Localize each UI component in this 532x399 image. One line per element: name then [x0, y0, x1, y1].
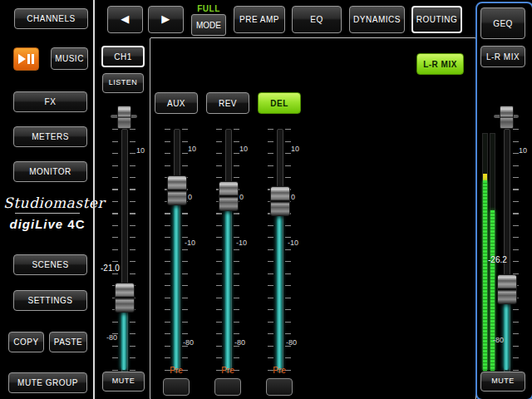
master-meter-right [490, 133, 495, 370]
master-fader-handle[interactable] [497, 274, 517, 304]
aux-footer-button[interactable] [163, 378, 190, 396]
master-meter-left [482, 133, 488, 370]
meter-peak-segment [483, 174, 487, 180]
send-rev-button[interactable]: REV [206, 92, 249, 114]
master-mute-button[interactable]: MUTE [480, 372, 525, 392]
tab-dynamics[interactable]: DYNAMICS [349, 6, 405, 33]
rev-fader-ticks [216, 129, 222, 371]
del-footer-button[interactable] [266, 378, 293, 396]
mode-mode-label: MODE [191, 14, 226, 36]
transport-play-button[interactable] [13, 47, 39, 71]
lr-mix-assign-button[interactable]: L-R MIX [416, 53, 464, 75]
tab-pre-amp[interactable]: PRE AMP [234, 6, 285, 33]
mode-toggle[interactable]: FULL MODE [191, 4, 226, 36]
mode-full-label: FULL [191, 4, 226, 13]
channel-name-button[interactable]: CH1 [101, 46, 145, 67]
sidebar-item-settings[interactable]: SETTINGS [13, 290, 87, 311]
aux-scale-m80: -80 [183, 338, 194, 347]
rev-scale-m10: -10 [236, 239, 247, 247]
tab-routing[interactable]: ROUTING [411, 6, 462, 33]
channel-scale-top: 10 [136, 146, 145, 155]
master-name-button[interactable]: L-R MIX [480, 46, 525, 67]
aux-fader-ticks [165, 129, 170, 371]
sidebar-item-meters[interactable]: METERS [13, 126, 87, 147]
brand-product: digiLive 4C [3, 217, 91, 231]
aux-scale-0: 0 [188, 193, 192, 201]
channel-fader-handle[interactable] [115, 283, 135, 313]
send-aux-button[interactable]: AUX [155, 92, 198, 114]
aux-pre-label: Pre [164, 366, 189, 375]
aux-scale-m10: -10 [185, 239, 195, 247]
del-scale-0: 0 [291, 193, 295, 201]
copy-button[interactable]: COPY [8, 332, 44, 352]
mute-group-button[interactable]: MUTE GROUP [8, 372, 87, 393]
channel-fader-value: -21.0 [101, 264, 120, 273]
del-fader-handle[interactable] [270, 186, 290, 216]
brand-name: Studiomaster [3, 195, 91, 211]
sidebar-item-fx[interactable]: FX [13, 91, 87, 112]
rev-footer-button[interactable] [214, 378, 241, 396]
channel-mute-button[interactable]: MUTE [102, 372, 145, 392]
rev-fader-handle[interactable] [219, 181, 239, 211]
next-channel-button[interactable]: ▶ [148, 6, 184, 33]
rev-scale-10: 10 [239, 145, 248, 153]
sidebar-item-monitor[interactable]: MONITOR [13, 161, 87, 182]
arrow-left-icon: ◀ [121, 13, 130, 25]
tab-eq[interactable]: EQ [292, 6, 342, 33]
rev-scale-m80: -80 [234, 338, 245, 347]
mixer-app: CHANNELS MUSIC FX METERS MONITOR Studiom… [0, 0, 532, 399]
play-pause-icon [32, 54, 34, 64]
paste-button[interactable]: PASTE [49, 332, 87, 352]
sidebar-item-scenes[interactable]: SCENES [13, 254, 87, 275]
del-scale-m10: -10 [288, 239, 298, 247]
sidebar-item-channels[interactable]: CHANNELS [14, 8, 88, 29]
master-scale-bottom: -80 [493, 336, 504, 344]
arrow-right-icon: ▶ [161, 13, 170, 25]
del-scale-10: 10 [291, 145, 299, 153]
channel-fader-ticks [130, 129, 135, 371]
channel-scale-bottom: -80 [106, 333, 117, 342]
rev-fader-ticks [234, 129, 239, 371]
play-pause-icon [27, 54, 30, 64]
master-scale-top: 10 [519, 146, 527, 155]
aux-fader-handle[interactable] [167, 175, 187, 205]
sidebar-item-music[interactable]: MUSIC [51, 47, 88, 70]
prev-channel-button[interactable]: ◀ [107, 6, 143, 33]
rev-scale-0: 0 [239, 193, 244, 201]
meter-level-segment [483, 180, 487, 371]
del-fader-ticks [285, 129, 291, 371]
del-pre-label: Pre [267, 366, 292, 375]
aux-scale-10: 10 [188, 145, 196, 153]
meter-level-segment [490, 210, 495, 371]
master-fader-value: -26.2 [488, 255, 507, 264]
channel-pan-handle[interactable] [117, 106, 131, 129]
brand-divider [15, 213, 80, 214]
listen-button[interactable]: LISTEN [102, 73, 144, 93]
aux-fader-fill [174, 190, 179, 370]
del-scale-m80: -80 [286, 338, 297, 347]
send-del-button[interactable]: DEL [258, 92, 301, 114]
rev-pre-label: Pre [215, 366, 240, 375]
brand-logo: Studiomaster digiLive 4C [3, 195, 91, 231]
brand-product-name: digiLive [9, 217, 63, 231]
play-pause-icon [18, 54, 26, 64]
sidebar-divider [93, 0, 95, 399]
rev-fader-fill [225, 195, 230, 370]
master-fader-ticks [513, 129, 519, 371]
aux-fader-ticks [182, 129, 188, 371]
del-fader-fill [277, 200, 282, 370]
del-fader-ticks [268, 129, 273, 371]
geq-button[interactable]: GEQ [480, 7, 525, 39]
brand-product-model: 4C [67, 217, 85, 231]
routing-panel [150, 37, 476, 399]
master-pan-handle[interactable] [500, 106, 514, 129]
